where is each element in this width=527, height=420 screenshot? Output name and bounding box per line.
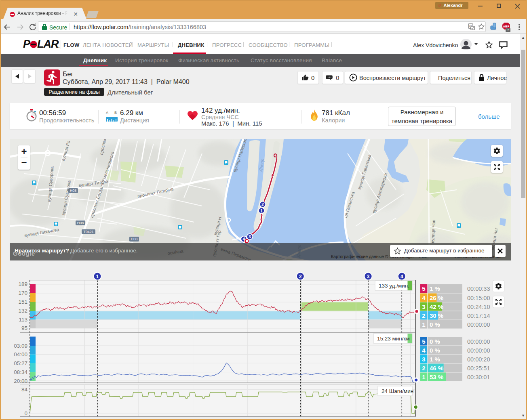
svg-text:ABP: ABP	[503, 25, 510, 28]
svg-text:4: 4	[422, 294, 426, 301]
svg-text:08:34: 08:34	[14, 369, 27, 375]
svg-text:00:00:00: 00:00:00	[467, 338, 490, 345]
svg-text:2: 2	[422, 312, 425, 319]
svg-text:3: 3	[367, 274, 370, 279]
svg-text:04:00: 04:00	[14, 351, 27, 357]
svg-text:5: 5	[422, 338, 425, 345]
svg-text:00:15:00: 00:15:00	[467, 295, 490, 301]
svg-text:20:00: 20:00	[14, 378, 27, 384]
svg-text:00:00:33: 00:00:33	[467, 286, 490, 292]
svg-text:T0421: T0421	[83, 230, 94, 234]
svg-text:132: 132	[18, 308, 27, 314]
svg-text:1: 1	[96, 274, 99, 279]
svg-text:133 уд./мин.: 133 уд./мин.	[379, 283, 409, 289]
svg-text:00:00:00: 00:00:00	[467, 321, 490, 328]
svg-text:113: 113	[19, 317, 27, 323]
svg-text:0: 0	[24, 410, 27, 416]
svg-text:2: 2	[299, 274, 302, 279]
svg-text:H08: H08	[131, 237, 138, 241]
svg-text:3: 3	[422, 303, 425, 310]
svg-text:1: 1	[422, 321, 425, 328]
svg-text:84: 84	[21, 386, 28, 393]
svg-text:53 %: 53 %	[430, 374, 443, 380]
svg-text:1: 1	[422, 374, 425, 380]
svg-text:00:17:14: 00:17:14	[467, 313, 490, 319]
svg-text:H08: H08	[70, 189, 77, 193]
svg-text:15:23 мин/км: 15:23 мин/км	[377, 336, 410, 342]
svg-text:170: 170	[18, 290, 27, 296]
svg-text:26 %: 26 %	[430, 294, 443, 301]
svg-text:7: 7	[507, 28, 509, 32]
svg-text:42 %: 42 %	[430, 303, 443, 310]
svg-text:03:09: 03:09	[14, 343, 27, 349]
svg-text:0 %: 0 %	[430, 338, 440, 345]
svg-text:05:27: 05:27	[14, 360, 27, 366]
svg-text:0 %: 0 %	[430, 321, 440, 328]
svg-text:4: 4	[401, 274, 403, 279]
svg-text:2: 2	[261, 202, 264, 207]
svg-text:H08: H08	[77, 221, 84, 225]
svg-text:00:00:00: 00:00:00	[467, 347, 490, 354]
svg-text:00:30:01: 00:30:01	[467, 374, 490, 380]
svg-text:2: 2	[422, 365, 425, 372]
svg-text:00:24:10: 00:24:10	[467, 304, 490, 310]
svg-text:189: 189	[18, 281, 27, 287]
svg-text:0 %: 0 %	[430, 347, 440, 354]
svg-text:95: 95	[21, 325, 27, 331]
svg-text:3: 3	[422, 356, 425, 363]
svg-text:00:25:51: 00:25:51	[467, 365, 490, 372]
svg-text:3: 3	[249, 234, 251, 239]
svg-text:30 %: 30 %	[430, 312, 443, 319]
svg-text:151: 151	[18, 299, 27, 305]
svg-text:4: 4	[422, 347, 426, 354]
svg-text:1: 1	[260, 208, 263, 213]
svg-text:00:00:20: 00:00:20	[467, 356, 490, 363]
svg-text:46 %: 46 %	[430, 365, 443, 372]
svg-text:24 Шаги/мин: 24 Шаги/мин	[382, 388, 413, 394]
svg-text:1 %: 1 %	[430, 285, 440, 292]
svg-text:1 %: 1 %	[430, 356, 440, 363]
svg-text:5: 5	[422, 285, 425, 292]
